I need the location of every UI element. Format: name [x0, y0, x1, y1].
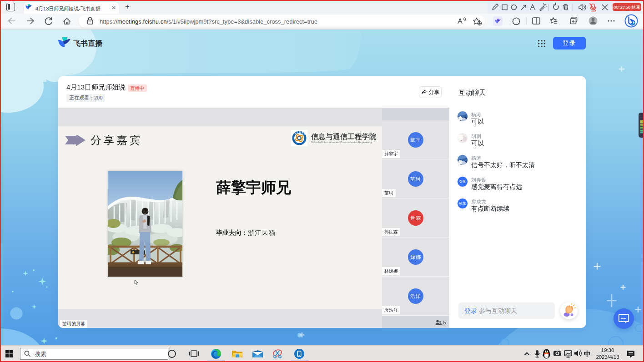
- svg-text:中: 中: [584, 350, 591, 357]
